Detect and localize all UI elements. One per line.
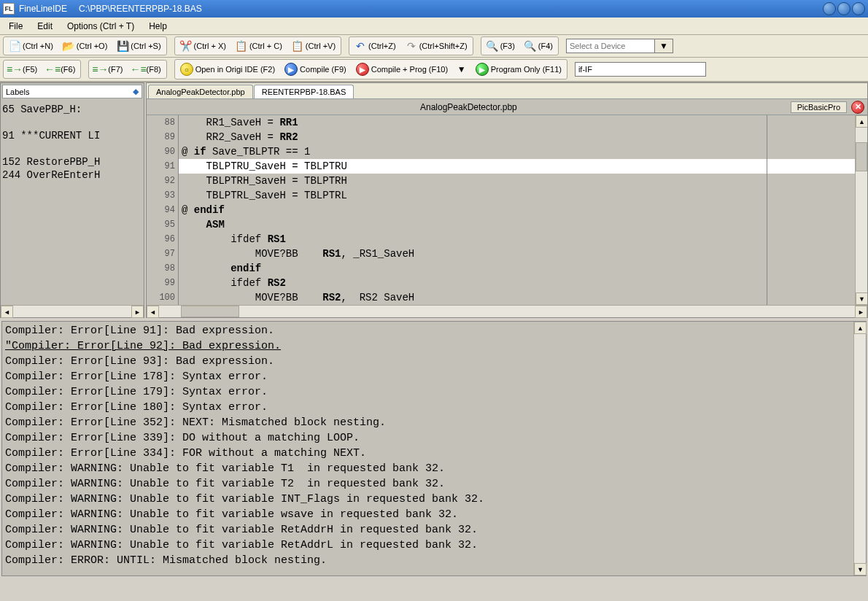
device-dropdown-icon[interactable]: ▼ [654, 39, 673, 53]
scroll-up-icon[interactable]: ▲ [854, 322, 867, 334]
copy-icon: 📋 [236, 40, 247, 52]
output-line[interactable]: Compiler: WARNING: Unable to fit variabl… [5, 522, 850, 538]
scroll-up-icon[interactable]: ▲ [856, 115, 867, 128]
code-line[interactable]: MOVE?BB RS2, RS2 SaveH [179, 290, 855, 305]
chevron-down-icon[interactable]: ▼ [457, 64, 466, 74]
language-badge[interactable]: PicBasicPro [791, 101, 847, 113]
labels-list[interactable]: 65 SavePBP_H: 91 ***CURRENT LI 152 Resto… [1, 100, 144, 305]
compile-button[interactable]: ▶Compile (F9) [280, 61, 351, 78]
scroll-down-icon[interactable]: ▼ [856, 292, 867, 305]
label-item[interactable]: 244 OverReEnterH [2, 168, 142, 182]
editor-vscroll[interactable]: ▲ ▼ [855, 115, 867, 305]
save-button[interactable]: 💾(Ctrl +S) [112, 38, 165, 54]
output-line[interactable]: "Compiler: Error[Line 92]: Bad expressio… [5, 338, 850, 354]
label-item[interactable]: 91 ***CURRENT LI [2, 129, 142, 142]
redo-icon: ↷ [406, 40, 417, 52]
output-line[interactable]: Compiler: Error[Line 91]: Bad expression… [5, 323, 850, 338]
labels-header[interactable]: Labels ◆ [2, 85, 142, 98]
open-button[interactable]: 📂(Ctrl +O) [58, 38, 112, 54]
comment-f7[interactable]: ≡→(F7) [90, 61, 127, 77]
labels-hscroll[interactable]: ◄ ► [1, 305, 144, 317]
output-line[interactable]: Compiler: WARNING: Unable to fit variabl… [5, 507, 850, 522]
code-line[interactable]: RR1_SaveH = RR1 [179, 115, 855, 130]
minimize-button[interactable] [823, 2, 836, 15]
close-window-button[interactable] [852, 2, 865, 15]
if-field[interactable] [575, 62, 706, 77]
code-line[interactable]: MOVE?BB RS1, _RS1_SaveH [179, 247, 855, 261]
origi-icon: ○ [180, 63, 193, 76]
code-editor[interactable]: 888990919293949596979899100 RR1_SaveH = … [147, 115, 867, 305]
cut-icon: ✂️ [180, 40, 192, 52]
output-line[interactable]: Compiler: Error[Line 180]: Syntax error. [5, 400, 850, 415]
editor-hscroll[interactable]: ◄ ► [147, 305, 867, 317]
tab-reenterpbp[interactable]: REENTERPBP-18.BAS [254, 85, 354, 98]
scroll-right-icon[interactable]: ► [855, 306, 867, 318]
output-line[interactable]: Compiler: WARNING: Unable to fit variabl… [5, 538, 850, 553]
code-line[interactable]: RR2_SaveH = RR2 [179, 130, 855, 144]
app-icon: FL [3, 3, 15, 15]
scroll-left-icon[interactable]: ◄ [1, 306, 13, 318]
code-line[interactable]: endif [179, 261, 855, 276]
code-line[interactable]: ASM [179, 217, 855, 232]
menu-help[interactable]: Help [143, 19, 173, 34]
editor-filename: AnalogPeakDetector.pbp [147, 102, 791, 112]
label-item[interactable]: 152 RestorePBP_H [2, 155, 142, 168]
output-line[interactable]: Compiler: Error[Line 339]: DO without a … [5, 430, 850, 446]
find-button[interactable]: 🔍(F3) [482, 38, 519, 54]
program-icon: ▶ [476, 63, 489, 76]
output-line[interactable]: Compiler: ERROR: UNTIL: Mismatched block… [5, 553, 850, 568]
code-line[interactable]: TBLPTRL_SaveH = TBLPTRL [179, 188, 855, 203]
indent-right-f5[interactable]: ≡→(F5) [4, 61, 42, 77]
output-line[interactable]: Compiler: WARNING: Unable to fit variabl… [5, 476, 850, 492]
open-origi-button[interactable]: ○Open in Origi IDE (F2) [176, 61, 279, 78]
output-body[interactable]: Compiler: Error[Line 91]: Bad expression… [2, 322, 853, 575]
redo-button[interactable]: ↷(Ctrl+Shift+Z) [401, 38, 472, 54]
undo-button[interactable]: ↶(Ctrl+Z) [350, 38, 400, 54]
device-input[interactable] [567, 40, 654, 52]
label-item[interactable] [2, 116, 142, 129]
scroll-right-icon[interactable]: ► [131, 306, 144, 318]
new-button[interactable]: 📄(Ctrl +N) [4, 38, 58, 54]
label-item[interactable] [2, 142, 142, 155]
menu-edit[interactable]: Edit [31, 19, 58, 34]
maximize-button[interactable] [837, 2, 850, 15]
output-line[interactable]: Compiler: Error[Line 179]: Syntax error. [5, 384, 850, 400]
code-line[interactable]: ifdef RS2 [179, 276, 855, 290]
indent-left-f6[interactable]: ←≡(F6) [42, 61, 80, 77]
code-body[interactable]: RR1_SaveH = RR1 RR2_SaveH = RR2@ if Save… [179, 115, 855, 305]
code-line[interactable]: TBLPTRU_SaveH = TBLPTRU [179, 159, 855, 174]
output-line[interactable]: Compiler: Error[Line 93]: Bad expression… [5, 354, 850, 369]
labels-dropdown-icon[interactable]: ◆ [133, 87, 139, 96]
tab-analogpeak[interactable]: AnalogPeakDetector.pbp [148, 85, 253, 98]
program-only-button[interactable]: ▶Program Only (F11) [471, 61, 566, 78]
cut-button[interactable]: ✂️(Ctrl + X) [176, 38, 230, 54]
editor-subheader: AnalogPeakDetector.pbp PicBasicPro ✕ [147, 99, 867, 115]
compile-prog-button[interactable]: ▶Compile + Prog (F10) ▼ [352, 61, 470, 78]
scroll-left-icon[interactable]: ◄ [147, 306, 159, 318]
copy-button[interactable]: 📋(Ctrl + C) [231, 38, 287, 54]
label-item[interactable]: 65 SavePBP_H: [2, 103, 142, 116]
output-line[interactable]: Compiler: WARNING: Unable to fit variabl… [5, 492, 850, 507]
device-select[interactable]: ▼ [566, 39, 673, 53]
vscroll-thumb[interactable] [856, 142, 867, 171]
output-line[interactable]: Compiler: Error[Line 352]: NEXT: Mismatc… [5, 415, 850, 430]
menu-file[interactable]: File [3, 19, 28, 34]
menu-options[interactable]: Options (Ctrl + T) [61, 19, 140, 34]
output-line[interactable]: Compiler: WARNING: Unable to fit variabl… [5, 461, 850, 476]
code-line[interactable]: ifdef RS1 [179, 232, 855, 247]
close-tab-button[interactable]: ✕ [851, 101, 864, 114]
code-line[interactable]: TBLPTRH_SaveH = TBLPTRH [179, 174, 855, 188]
output-line[interactable]: Compiler: Error[Line 334]: FOR without a… [5, 446, 850, 461]
margin-ruler [767, 115, 767, 305]
output-line[interactable]: Compiler: Error[Line 178]: Syntax error. [5, 369, 850, 384]
find-next-button[interactable]: 🔍(F4) [520, 38, 557, 54]
uncomment-f8[interactable]: ←≡(F8) [128, 61, 166, 77]
hscroll-thumb[interactable] [181, 306, 239, 317]
output-vscroll[interactable]: ▲ ▼ [853, 322, 866, 575]
code-line[interactable]: @ if Save_TBLPTR == 1 [179, 144, 855, 159]
scroll-down-icon[interactable]: ▼ [854, 563, 867, 575]
menubar: File Edit Options (Ctrl + T) Help [0, 18, 868, 35]
paste-button[interactable]: 📋(Ctrl +V) [287, 38, 340, 54]
code-line[interactable]: @ endif [179, 203, 855, 217]
line-gutter: 888990919293949596979899100 [147, 115, 179, 305]
